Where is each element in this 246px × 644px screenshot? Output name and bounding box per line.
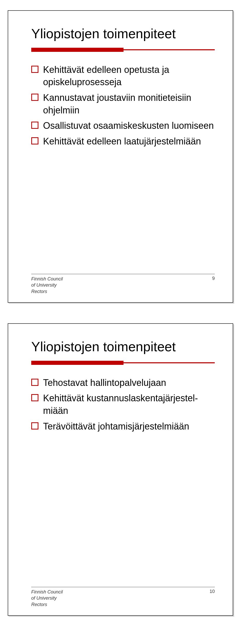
bullet-box-icon — [31, 394, 38, 401]
page-number: 10 — [210, 589, 215, 594]
bullet-text: Kehittävät kustannuslaskentajärjestel-mi… — [43, 392, 215, 417]
slide-footer: Finnish Council of University Rectors 9 — [31, 274, 215, 295]
bullet-text: Kannustavat joustaviin monitieteisiin oh… — [43, 92, 215, 116]
bullet-box-icon — [31, 66, 38, 73]
footer-org-line: of University — [31, 595, 63, 601]
footer-org: Finnish Council of University Rectors — [31, 589, 63, 608]
bullet-box-icon — [31, 422, 38, 430]
bullet-text: Terävöittävät johtamisjärjestelmiään — [43, 420, 215, 433]
bullet-list: Tehostavat hallintopalvelujaan Kehittävä… — [31, 377, 215, 433]
slide: Yliopistojen toimenpiteet Kehittävät ede… — [8, 10, 233, 303]
footer-org-line: Finnish Council — [31, 589, 63, 595]
slide-title: Yliopistojen toimenpiteet — [31, 26, 215, 42]
bullet-box-icon — [31, 379, 38, 386]
bullet-item: Kehittävät edelleen opetusta ja opiskelu… — [31, 64, 215, 89]
slide-footer: Finnish Council of University Rectors 10 — [31, 587, 215, 608]
bullet-item: Kannustavat joustaviin monitieteisiin oh… — [31, 92, 215, 116]
bullet-item: Kehittävät edelleen laatujärjestelmiään — [31, 135, 215, 148]
footer-org-line: Rectors — [31, 601, 63, 608]
slide-container: Yliopistojen toimenpiteet Kehittävät ede… — [0, 0, 246, 313]
bullet-list: Kehittävät edelleen opetusta ja opiskelu… — [31, 64, 215, 148]
footer-org-line: of University — [31, 282, 63, 288]
bullet-box-icon — [31, 94, 38, 101]
slide-container: Yliopistojen toimenpiteet Tehostavat hal… — [0, 313, 246, 626]
bullet-text: Osallistuvat osaamiskeskusten luomiseen — [43, 120, 215, 132]
bullet-item: Tehostavat hallintopalvelujaan — [31, 377, 215, 389]
footer-org: Finnish Council of University Rectors — [31, 276, 63, 295]
bullet-box-icon — [31, 137, 38, 144]
slide-title: Yliopistojen toimenpiteet — [31, 339, 215, 355]
footer-org-line: Rectors — [31, 288, 63, 295]
footer-divider — [31, 274, 215, 274]
footer-divider — [31, 587, 215, 587]
bullet-item: Kehittävät kustannuslaskentajärjestel-mi… — [31, 392, 215, 417]
slide: Yliopistojen toimenpiteet Tehostavat hal… — [8, 323, 233, 616]
footer-org-line: Finnish Council — [31, 276, 63, 282]
bullet-item: Terävöittävät johtamisjärjestelmiään — [31, 420, 215, 433]
title-underline — [31, 359, 215, 366]
bullet-text: Kehittävät edelleen laatujärjestelmiään — [43, 135, 215, 148]
bullet-text: Tehostavat hallintopalvelujaan — [43, 377, 215, 389]
title-underline — [31, 46, 215, 53]
page-number: 9 — [212, 276, 215, 281]
bullet-text: Kehittävät edelleen opetusta ja opiskelu… — [43, 64, 215, 89]
bullet-box-icon — [31, 122, 38, 129]
bullet-item: Osallistuvat osaamiskeskusten luomiseen — [31, 120, 215, 132]
